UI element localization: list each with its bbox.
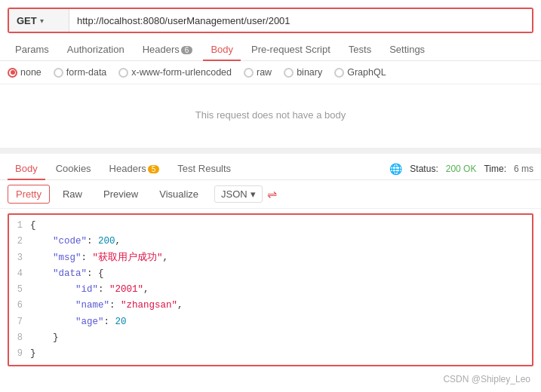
body-option-binary[interactable]: binary [284, 67, 322, 78]
status-info: 🌐 Status: 200 OK Time: 6 ms [389, 163, 533, 175]
code-line-8: 8 } [9, 330, 532, 346]
tab-params[interactable]: Params [8, 39, 57, 61]
chevron-down-icon: ▾ [40, 17, 44, 25]
format-preview[interactable]: Preview [95, 185, 146, 204]
code-line-2: 2 "code": 200, [9, 234, 532, 250]
wrap-icon[interactable]: ⇌ [267, 187, 277, 201]
json-format-select[interactable]: JSON ▾ [214, 185, 263, 203]
line-number-2: 2 [9, 234, 30, 249]
code-content-6: "name": "zhangsan", [30, 298, 532, 314]
format-visualize[interactable]: Visualize [151, 185, 207, 204]
body-option-raw[interactable]: raw [244, 67, 272, 78]
code-content-8: } [30, 330, 532, 346]
tab-body[interactable]: Body [203, 39, 241, 61]
line-number-6: 6 [9, 298, 30, 313]
code-line-4: 4 "data": { [9, 266, 532, 282]
code-line-9: 9 } [9, 346, 532, 362]
no-body-message: This request does not have a body [0, 84, 541, 145]
response-body: 1 { 2 "code": 200, 3 "msg": "获取用户成功", 4 … [8, 213, 533, 366]
tab-pre-request[interactable]: Pre-request Script [244, 39, 338, 61]
code-line-5: 5 "id": "2001", [9, 282, 532, 298]
response-headers-badge: 5 [148, 165, 160, 173]
section-divider [0, 148, 541, 154]
code-content-4: "data": { [30, 266, 532, 282]
tab-test-results[interactable]: Test Results [170, 158, 238, 180]
line-number-4: 4 [9, 266, 30, 281]
response-tabs-bar: Body Cookies Headers5 Test Results 🌐 Sta… [0, 154, 541, 180]
radio-binary [284, 68, 294, 78]
status-label: Status: [410, 164, 438, 174]
code-content-5: "id": "2001", [30, 282, 532, 298]
body-options: none form-data x-www-form-urlencoded raw… [0, 61, 541, 84]
tab-cookies[interactable]: Cookies [48, 158, 99, 180]
radio-raw [244, 68, 254, 78]
radio-form-data [54, 68, 63, 78]
code-line-3: 3 "msg": "获取用户成功", [9, 250, 532, 266]
body-option-urlencoded[interactable]: x-www-form-urlencoded [118, 67, 232, 78]
tab-response-body[interactable]: Body [8, 158, 45, 180]
line-number-8: 8 [9, 330, 30, 345]
code-content-2: "code": 200, [30, 234, 532, 250]
format-pretty[interactable]: Pretty [8, 185, 50, 204]
time-label: Time: [484, 164, 506, 174]
tab-tests[interactable]: Tests [341, 39, 379, 61]
tab-settings[interactable]: Settings [382, 39, 432, 61]
code-content-1: { [30, 218, 532, 234]
line-number-5: 5 [9, 282, 30, 297]
code-content-3: "msg": "获取用户成功", [30, 250, 532, 266]
format-bar: Pretty Raw Preview Visualize JSON ▾ ⇌ [0, 180, 541, 209]
line-number-9: 9 [9, 346, 30, 361]
watermark: CSDN @Shipley_Leo [0, 371, 541, 387]
method-dropdown[interactable]: GET ▾ [9, 9, 69, 32]
status-value: 200 OK [446, 164, 477, 174]
body-option-none[interactable]: none [8, 67, 41, 78]
code-content-7: "age": 20 [30, 314, 532, 330]
code-line-7: 7 "age": 20 [9, 314, 532, 330]
request-tabs: Params Authorization Headers6 Body Pre-r… [0, 33, 541, 61]
code-content-9: } [30, 346, 532, 362]
body-option-form-data[interactable]: form-data [54, 67, 107, 78]
line-number-1: 1 [9, 218, 30, 233]
radio-graphql [334, 68, 344, 78]
code-line-6: 6 "name": "zhangsan", [9, 298, 532, 314]
line-number-7: 7 [9, 314, 30, 329]
url-input[interactable] [69, 9, 532, 32]
body-option-graphql[interactable]: GraphQL [334, 67, 386, 78]
radio-urlencoded [118, 68, 128, 78]
format-raw[interactable]: Raw [54, 185, 91, 204]
headers-badge: 6 [181, 46, 193, 54]
tab-response-headers[interactable]: Headers5 [102, 158, 168, 180]
tab-headers[interactable]: Headers6 [135, 39, 201, 61]
method-label: GET [17, 15, 37, 26]
line-number-3: 3 [9, 250, 30, 265]
chevron-down-icon: ▾ [251, 188, 256, 200]
globe-icon: 🌐 [389, 163, 402, 175]
tab-authorization[interactable]: Authorization [60, 39, 132, 61]
radio-none [8, 68, 17, 78]
response-tabs: Body Cookies Headers5 Test Results [8, 158, 389, 179]
code-line-1: 1 { [9, 218, 532, 234]
time-value: 6 ms [514, 164, 533, 174]
request-bar: GET ▾ [8, 8, 533, 33]
